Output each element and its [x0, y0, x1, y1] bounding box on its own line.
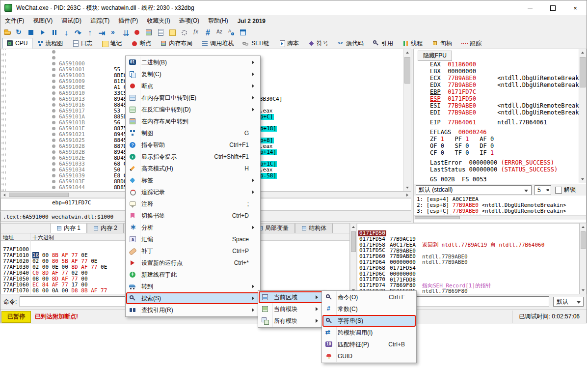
menubar-item-view[interactable]: 视图(V) — [28, 15, 57, 27]
menu-item-find-references[interactable]: 查找引用(R) — [126, 304, 260, 316]
menu-item-highlighting-mode[interactable]: 高亮模式(H) H — [126, 163, 260, 174]
memory-map-button[interactable] — [143, 27, 155, 38]
menubar-item-plugins[interactable]: 插件(P) — [114, 15, 142, 27]
stack-scrollbar[interactable] — [580, 223, 587, 294]
pause-button[interactable] — [49, 27, 60, 38]
register-row[interactable]: EDX 77B9ABE0 <ntdll.DbgUiRemoteBreakin> — [414, 82, 579, 88]
breakpoints-button[interactable] — [131, 27, 143, 38]
windows-button[interactable] — [237, 27, 249, 38]
breakpoint-dot-icon[interactable] — [52, 56, 55, 59]
stack-row[interactable]: 0171FD60 00000000 — [357, 248, 579, 254]
scroll-thumb[interactable] — [404, 57, 410, 84]
calculator-button[interactable] — [190, 27, 202, 38]
stack-row[interactable]: 0171FD50 77B9AC19 返回到 ntdll.77B9AC19 自 n… — [357, 225, 579, 230]
menubar-item-favourites[interactable]: 收藏夹(I) — [142, 15, 174, 27]
menu-item-toggle-bookmark[interactable]: 切换书签 Ctrl+D — [126, 210, 260, 222]
menu-item-intermodular-calls[interactable]: 跨模块调用(I) — [322, 327, 416, 339]
unlock-checkbox[interactable] — [555, 187, 562, 194]
register-row[interactable]: EIP 77B64061 ntdll.77B64061 — [414, 119, 579, 126]
breakpoint-dot-icon[interactable] — [52, 127, 55, 130]
register-row[interactable]: EAX 01186000 — [414, 61, 579, 68]
menu-item-guid[interactable]: GUID — [322, 350, 416, 362]
breakpoint-dot-icon[interactable] — [52, 174, 55, 177]
tab-source[interactable]: 源代码 — [333, 38, 369, 49]
register-row[interactable]: GS 002B FS 0053 — [414, 176, 579, 183]
run-to-cursor-button[interactable] — [96, 27, 107, 38]
tab-call-stack[interactable]: 调用堆栈 — [197, 38, 239, 49]
stack-row[interactable]: 0171FD6C 0171FDD8 指向SEH_Record[1]的指针 — [357, 265, 579, 271]
animate-button[interactable] — [107, 27, 119, 38]
scroll-down-icon[interactable] — [404, 184, 411, 191]
scroll-up-icon[interactable] — [350, 224, 356, 230]
scroll-thumb[interactable] — [415, 216, 460, 219]
menu-item-constant[interactable]: 常数(C) — [322, 303, 416, 315]
scroll-right-icon[interactable] — [404, 192, 411, 198]
registers-scrollbar[interactable] — [579, 49, 586, 183]
tab-threads[interactable]: 线程 — [398, 38, 428, 49]
scroll-up-icon[interactable] — [579, 49, 586, 56]
restart-button[interactable] — [13, 27, 25, 38]
scroll-thumb[interactable] — [581, 231, 586, 249]
disasm-row[interactable]: 6A591000 55 push ebp — [1, 49, 411, 55]
tab-memory-map[interactable]: 内存布局 — [156, 38, 197, 49]
register-row[interactable]: LastStatus 00000000 (STATUS_SUCCESS) — [414, 166, 579, 173]
constants-button[interactable] — [202, 27, 214, 38]
scroll-left-icon[interactable] — [1, 192, 8, 198]
breakpoint-dot-icon[interactable] — [52, 85, 55, 89]
menu-item-trace-record[interactable]: 追踪记录 — [126, 186, 260, 198]
tab-symbols[interactable]: 符号 — [304, 38, 333, 49]
open-file-button[interactable] — [1, 27, 13, 38]
menubar-item-trace[interactable]: 追踪(T) — [86, 15, 114, 27]
tab-breakpoints[interactable]: 断点 — [127, 38, 156, 49]
minimize-button[interactable] — [519, 0, 541, 15]
trace-into-button[interactable] — [119, 27, 131, 38]
stack-row[interactable]: 0171FD5C 77B9ABE0 ntdll.77B9ABE0 — [357, 242, 579, 248]
breakpoint-dot-icon[interactable] — [52, 150, 55, 154]
breakpoint-dot-icon[interactable] — [52, 162, 55, 166]
register-row[interactable]: EBX 00000000 — [414, 68, 579, 75]
breakpoint-dot-icon[interactable] — [52, 133, 55, 136]
stack-row[interactable]: 0171FD78 00000000 — [357, 283, 579, 288]
stack-row[interactable]: 0171FD64 0171FD54 — [357, 254, 579, 259]
scroll-down-icon[interactable] — [580, 287, 586, 294]
register-row[interactable]: ZF 1 PF 1 AF 0 — [414, 136, 579, 142]
breakpoint-dot-icon[interactable] — [52, 62, 55, 65]
arguments-pane[interactable]: 1: [esp+4] A0C17EEA2: [esp+8] 77B9ABE0 <… — [414, 197, 586, 220]
register-row[interactable]: ESI 77B9ABE0 <ntdll.DbgUiRemoteBreakin> — [414, 102, 579, 109]
stack-row[interactable]: 0171FD74 D60FE6D6 — [357, 277, 579, 283]
find-strings-button[interactable] — [225, 27, 237, 38]
tab-handles[interactable]: 句柄 — [428, 38, 457, 49]
stack-row[interactable]: 0171FD70 77B69F80 ntdll.77B69F80 — [357, 271, 579, 277]
tab-log[interactable]: 日志 — [68, 38, 97, 49]
dump-scrollbar[interactable] — [350, 223, 357, 294]
menu-item-follow-in-memmap[interactable]: 在内存布局中转到 — [126, 115, 260, 127]
menu-item-assemble[interactable]: 汇编 Space — [126, 233, 260, 245]
tab-cpu[interactable]: CPU — [2, 38, 32, 49]
menu-item-breakpoint[interactable]: 断点 — [126, 80, 260, 92]
breakpoint-dot-icon[interactable] — [52, 115, 55, 118]
menubar-item-file[interactable]: 文件(F) — [0, 15, 28, 27]
tab-notes[interactable]: 笔记 — [97, 38, 127, 49]
step-into-button[interactable] — [60, 27, 72, 38]
stack-row[interactable]: 0171FD58 77B9ABE0 ntdll.77B9ABE0 — [357, 236, 579, 242]
menu-item-all-modules[interactable]: 所有模块 — [259, 315, 323, 327]
scroll-up-icon[interactable] — [580, 224, 586, 230]
close-button[interactable]: × — [564, 0, 587, 15]
breakpoint-dot-icon[interactable] — [52, 144, 55, 148]
register-row[interactable]: EFLAGS 00000246 — [414, 129, 579, 136]
stack-row[interactable]: 0171FD54 A0C17EEA — [357, 230, 579, 236]
menu-item-command[interactable]: 命令(O) Ctrl+F — [322, 291, 416, 303]
register-row[interactable]: EDI 77B9ABE0 <ntdll.DbgUiRemoteBreakin> — [414, 109, 579, 116]
breakpoint-dot-icon[interactable] — [52, 91, 55, 95]
hide-fpu-button[interactable]: 隐藏FPU — [418, 51, 452, 61]
register-row[interactable]: OF 0 SF 0 DF 0 — [414, 142, 579, 149]
dump-tab-memory-2[interactable]: 内存 2 — [87, 223, 124, 233]
menu-item-show-mnemonic-brief[interactable]: 显示指令提示 Ctrl+Shift+F1 — [126, 151, 260, 163]
breakpoint-dot-icon[interactable] — [52, 168, 55, 171]
menu-item-follow-in-dump[interactable]: 在内存窗口中转到(E) — [126, 92, 260, 104]
register-row[interactable]: EBP 0171FD7C — [414, 88, 579, 95]
breakpoint-dot-icon[interactable] — [52, 68, 55, 71]
register-row[interactable]: ESP 0171FD50 — [414, 95, 579, 102]
scroll-thumb[interactable] — [580, 57, 586, 87]
breakpoint-dot-icon[interactable] — [52, 80, 55, 83]
